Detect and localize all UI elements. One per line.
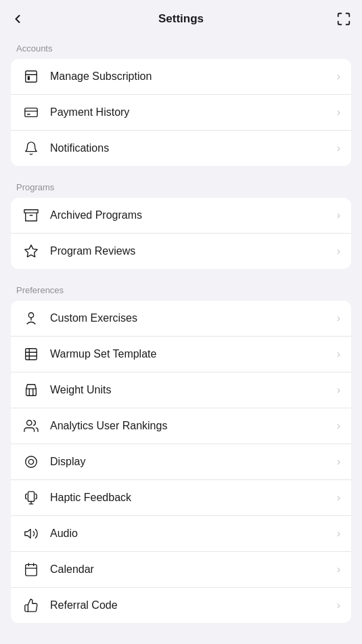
- manage-subscription-item[interactable]: Manage Subscription ›: [11, 59, 351, 95]
- svg-rect-2: [25, 108, 37, 117]
- referral-code-chevron: ›: [337, 599, 340, 611]
- audio-label: Audio: [50, 528, 332, 540]
- calendar-icon: [22, 560, 41, 579]
- referral-code-label: Referral Code: [50, 599, 332, 611]
- payment-history-chevron: ›: [337, 106, 340, 119]
- calendar-chevron: ›: [337, 563, 340, 576]
- haptic-feedback-label: Haptic Feedback: [50, 492, 332, 504]
- weight-units-item[interactable]: Weight Units ›: [11, 372, 351, 408]
- exercises-icon: [22, 309, 41, 328]
- custom-exercises-item[interactable]: Custom Exercises ›: [11, 301, 351, 337]
- svg-marker-7: [25, 245, 37, 257]
- svg-rect-10: [26, 349, 37, 360]
- payment-history-label: Payment History: [50, 106, 332, 119]
- notifications-icon: [22, 139, 41, 158]
- analytics-user-rankings-label: Analytics User Rankings: [50, 420, 332, 432]
- preferences-section: Preferences Custom Exercises ›: [0, 285, 362, 623]
- display-item[interactable]: Display ›: [11, 444, 351, 480]
- haptic-feedback-chevron: ›: [337, 492, 340, 504]
- weight-units-label: Weight Units: [50, 384, 332, 396]
- payment-icon: [22, 103, 41, 122]
- warmup-set-template-chevron: ›: [337, 348, 340, 360]
- svg-rect-19: [28, 492, 34, 502]
- weight-units-chevron: ›: [337, 384, 340, 396]
- archived-programs-item[interactable]: Archived Programs ›: [11, 198, 351, 234]
- preferences-label: Preferences: [0, 285, 362, 301]
- svg-point-16: [27, 421, 32, 425]
- audio-item[interactable]: Audio ›: [11, 516, 351, 552]
- custom-exercises-chevron: ›: [337, 312, 340, 324]
- analytics-user-rankings-item[interactable]: Analytics User Rankings ›: [11, 408, 351, 444]
- archived-programs-label: Archived Programs: [50, 209, 332, 221]
- warmup-set-template-item[interactable]: Warmup Set Template ›: [11, 337, 351, 372]
- notifications-label: Notifications: [50, 142, 332, 154]
- warmup-icon: [22, 345, 41, 364]
- warmup-set-template-label: Warmup Set Template: [50, 348, 332, 360]
- custom-exercises-label: Custom Exercises: [50, 312, 332, 324]
- display-chevron: ›: [337, 456, 340, 468]
- audio-chevron: ›: [337, 528, 340, 540]
- display-label: Display: [50, 456, 332, 468]
- svg-marker-22: [25, 530, 30, 538]
- archived-programs-chevron: ›: [337, 209, 340, 221]
- program-reviews-label: Program Reviews: [50, 245, 332, 257]
- svg-point-17: [28, 459, 33, 464]
- display-icon: [22, 452, 41, 471]
- program-reviews-item[interactable]: Program Reviews ›: [11, 234, 351, 269]
- audio-icon: [22, 524, 41, 543]
- analytics-user-rankings-chevron: ›: [337, 420, 340, 432]
- accounts-label: Accounts: [0, 43, 362, 59]
- analytics-icon: [22, 416, 41, 435]
- programs-card: Archived Programs › Program Reviews ›: [11, 198, 351, 269]
- calendar-item[interactable]: Calendar ›: [11, 552, 351, 588]
- back-button[interactable]: [11, 12, 24, 26]
- manage-subscription-chevron: ›: [337, 70, 340, 83]
- svg-point-18: [26, 456, 37, 468]
- program-reviews-chevron: ›: [337, 245, 340, 257]
- notifications-chevron: ›: [337, 142, 340, 154]
- archive-icon: [22, 206, 41, 225]
- referral-icon: [22, 596, 41, 615]
- subscription-icon: [22, 67, 41, 86]
- reviews-icon: [22, 242, 41, 261]
- svg-rect-5: [24, 210, 38, 213]
- header: Settings: [0, 0, 362, 38]
- notifications-item[interactable]: Notifications ›: [11, 131, 351, 166]
- haptic-icon: [22, 488, 41, 507]
- haptic-feedback-item[interactable]: Haptic Feedback ›: [11, 480, 351, 516]
- preferences-card: Custom Exercises › Warmup Set Template ›: [11, 301, 351, 623]
- svg-rect-0: [26, 71, 37, 83]
- accounts-section: Accounts Manage Subscription ›: [0, 43, 362, 166]
- expand-button[interactable]: [336, 12, 351, 26]
- page-title: Settings: [158, 12, 204, 26]
- weight-icon: [22, 381, 41, 400]
- accounts-card: Manage Subscription › Payment History ›: [11, 59, 351, 166]
- programs-label: Programs: [0, 182, 362, 198]
- manage-subscription-label: Manage Subscription: [50, 70, 332, 83]
- programs-section: Programs Archived Programs ›: [0, 182, 362, 269]
- calendar-label: Calendar: [50, 563, 332, 576]
- svg-rect-23: [26, 565, 37, 576]
- svg-point-8: [28, 313, 33, 318]
- referral-code-item[interactable]: Referral Code ›: [11, 588, 351, 623]
- payment-history-item[interactable]: Payment History ›: [11, 95, 351, 131]
